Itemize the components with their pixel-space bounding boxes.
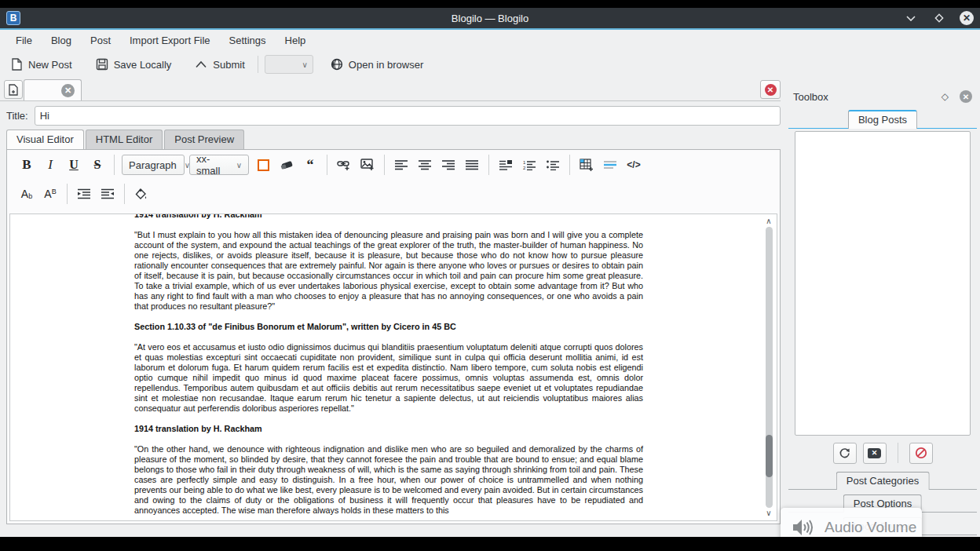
reload-posts-button[interactable]: [833, 443, 857, 464]
scrollbar-track[interactable]: [766, 227, 773, 508]
post-categories-tabrow: Post Categories: [788, 471, 977, 490]
italic-icon[interactable]: I: [38, 154, 62, 176]
paragraph-style-dropdown[interactable]: Paragraph ∨: [122, 155, 185, 175]
tab-close-icon[interactable]: ✕: [61, 84, 75, 97]
submit-button[interactable]: Submit: [188, 56, 250, 74]
doc-heading: Section 1.10.33 of "de Finibus Bonorum e…: [134, 322, 643, 332]
panel-close-icon[interactable]: ✕: [960, 90, 972, 103]
toolbox-buttons: ✕: [788, 441, 977, 465]
panel-float-icon[interactable]: ◇: [942, 91, 949, 102]
window-maximize-icon[interactable]: [931, 10, 947, 26]
tab-blog-posts[interactable]: Blog Posts: [848, 110, 917, 129]
toolbar-separator: [258, 56, 258, 73]
save-locally-label: Save Locally: [114, 59, 172, 71]
audio-volume-label: Audio Volume: [825, 519, 916, 536]
submit-label: Submit: [213, 59, 244, 71]
blog-posts-list[interactable]: [795, 131, 971, 436]
insert-table-icon[interactable]: [575, 154, 598, 176]
submit-icon: [195, 60, 207, 68]
refresh-icon: [839, 447, 850, 459]
indent-more-icon[interactable]: [72, 183, 96, 205]
blog-selector-dropdown[interactable]: ∨: [265, 55, 313, 74]
align-justify-icon[interactable]: [460, 154, 484, 176]
align-left-icon[interactable]: [389, 154, 413, 176]
title-label: Title:: [6, 110, 28, 122]
new-tab-button[interactable]: [4, 80, 23, 99]
new-post-label: New Post: [28, 59, 72, 71]
menu-file[interactable]: File: [8, 31, 40, 49]
bold-icon[interactable]: B: [15, 154, 38, 176]
screen-bottom-bar: [0, 537, 980, 551]
text-direction-icon[interactable]: [494, 154, 517, 176]
ordered-list-icon[interactable]: 12: [517, 154, 541, 176]
format-clear-icon[interactable]: [275, 154, 298, 176]
new-post-button[interactable]: New Post: [5, 55, 79, 74]
blockquote-icon[interactable]: “: [298, 154, 322, 176]
post-body-text: 1914 translation by H. Rackham "But I mu…: [134, 213, 643, 516]
paragraph-style-value: Paragraph: [129, 159, 177, 171]
save-icon: [96, 58, 108, 71]
doc-heading: 1914 translation by H. Rackham: [134, 213, 643, 220]
scroll-up-icon[interactable]: ∧: [766, 216, 771, 227]
new-post-icon: [11, 58, 23, 71]
tab-post-categories[interactable]: Post Categories: [836, 472, 930, 490]
cancel-button[interactable]: [909, 443, 933, 464]
underline-icon[interactable]: U: [62, 154, 86, 176]
insert-image-icon[interactable]: [356, 154, 379, 176]
subscript-icon[interactable]: Ab: [15, 183, 38, 205]
unordered-list-icon[interactable]: [541, 154, 565, 176]
open-in-browser-button[interactable]: Open in browser: [324, 55, 430, 74]
strikethrough-icon[interactable]: S: [86, 154, 109, 176]
globe-icon: [331, 58, 343, 71]
chevron-down-icon: ∨: [236, 161, 242, 170]
fill-color-icon[interactable]: [130, 183, 153, 205]
scrollbar-thumb[interactable]: [766, 435, 773, 477]
text-color-icon[interactable]: [251, 154, 275, 176]
tab-html-editor[interactable]: HTML Editor: [86, 130, 163, 149]
doc-heading: 1914 translation by H. Rackham: [134, 424, 643, 434]
indent-less-icon[interactable]: [96, 183, 119, 205]
titlebar: B Blogilo — Blogilo ✕: [0, 8, 980, 30]
tab-visual-editor[interactable]: Visual Editor: [6, 130, 84, 149]
post-tab[interactable]: ✕: [24, 79, 82, 100]
menu-post[interactable]: Post: [82, 31, 119, 49]
horizontal-rule-icon[interactable]: [598, 154, 622, 176]
doc-paragraph: "On the other hand, we denounce with rig…: [134, 444, 643, 516]
html-code-icon[interactable]: </>: [622, 154, 645, 176]
doc-paragraph: "But I must explain to you how all this …: [134, 230, 643, 312]
remove-post-button[interactable]: ✕: [863, 443, 887, 464]
svg-text:2: 2: [523, 166, 526, 170]
svg-text:1: 1: [523, 160, 526, 165]
new-tab-icon: [8, 84, 19, 96]
post-body-editor[interactable]: 1914 translation by H. Rackham "But I mu…: [9, 213, 777, 521]
window-close-icon[interactable]: ✕: [960, 11, 974, 25]
title-input[interactable]: [35, 106, 781, 126]
menu-help[interactable]: Help: [277, 31, 314, 49]
toolbox-panel: Toolbox ◇ ✕ Blog Posts ✕: [788, 86, 977, 537]
main-toolbar: New Post Save Locally Submit ∨ Open in b…: [0, 51, 980, 78]
menu-settings[interactable]: Settings: [221, 31, 274, 49]
menu-import-export-file[interactable]: Import Export File: [122, 31, 218, 49]
block-icon: [915, 447, 927, 459]
chevron-down-icon: ∨: [302, 60, 308, 69]
scroll-down-icon[interactable]: ∨: [766, 508, 771, 519]
editor: Visual Editor HTML Editor Post Preview B…: [6, 130, 781, 524]
align-right-icon[interactable]: [437, 154, 460, 176]
blog-posts-tabrow: Blog Posts: [788, 110, 977, 129]
insert-link-icon[interactable]: [332, 154, 356, 176]
tab-post-preview[interactable]: Post Preview: [164, 130, 244, 149]
close-tab-button[interactable]: ✕: [760, 80, 781, 99]
menu-blog[interactable]: Blog: [43, 31, 79, 49]
blogilo-window: B Blogilo — Blogilo ✕ File Blog Post I: [0, 8, 980, 537]
editor-scrollbar[interactable]: ∧ ∨: [762, 216, 775, 519]
format-toolbar-row1: B I U S Paragraph ∨ xx-small ∨ “: [7, 150, 780, 180]
toolbox-title: Toolbox: [793, 91, 828, 103]
align-center-icon[interactable]: [413, 154, 437, 176]
editor-tabs: Visual Editor HTML Editor Post Preview: [6, 130, 781, 149]
format-toolbar-row2: Ab AB: [7, 180, 780, 208]
superscript-icon[interactable]: AB: [38, 183, 62, 205]
save-locally-button[interactable]: Save Locally: [90, 55, 178, 74]
window-minimize-icon[interactable]: [903, 10, 919, 26]
font-size-dropdown[interactable]: xx-small ∨: [189, 155, 249, 175]
close-icon: ✕: [765, 84, 777, 96]
